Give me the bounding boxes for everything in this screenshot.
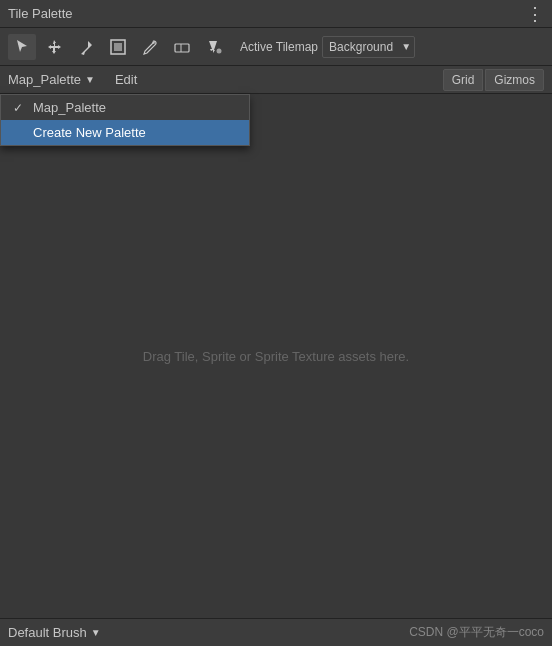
palette-arrow: ▼ [85, 74, 95, 85]
paint-icon [78, 39, 94, 55]
palette-dropdown-menu: ✓ Map_Palette Create New Palette [0, 94, 250, 146]
box-tool-button[interactable] [104, 34, 132, 60]
brush-dropdown-wrapper[interactable]: Default Brush ▼ [8, 625, 101, 640]
svg-rect-3 [175, 44, 189, 52]
watermark: CSDN @平平无奇一coco [409, 624, 544, 641]
palette-option-create-new[interactable]: Create New Palette [1, 120, 249, 145]
move-icon [46, 39, 62, 55]
erase-tool-button[interactable] [168, 34, 196, 60]
checkmark-icon: ✓ [13, 101, 27, 115]
pick-icon [142, 39, 158, 55]
palette-label: Map_Palette [8, 72, 81, 87]
select-tool-button[interactable] [8, 34, 36, 60]
palette-dropdown-wrapper[interactable]: Map_Palette ▼ [8, 72, 95, 87]
gizmos-button[interactable]: Gizmos [485, 69, 544, 91]
edit-label: Edit [115, 72, 137, 87]
toolbar: Active Tilemap Background Foreground Col… [0, 28, 552, 66]
window-title: Tile Palette [8, 6, 73, 21]
main-content: Drag Tile, Sprite or Sprite Texture asse… [0, 94, 552, 618]
palette-option-create-new-label: Create New Palette [33, 125, 146, 140]
grid-button[interactable]: Grid [443, 69, 484, 91]
svg-point-5 [217, 48, 222, 53]
palette-option-map-palette[interactable]: ✓ Map_Palette [1, 95, 249, 120]
fill-icon [206, 39, 222, 55]
active-tilemap-label: Active Tilemap [240, 40, 318, 54]
brush-arrow: ▼ [91, 627, 101, 638]
brush-label: Default Brush [8, 625, 87, 640]
second-row: Map_Palette ▼ Edit Grid Gizmos [0, 66, 552, 94]
move-tool-button[interactable] [40, 34, 68, 60]
placeholder-text: Drag Tile, Sprite or Sprite Texture asse… [143, 349, 409, 364]
pick-tool-button[interactable] [136, 34, 164, 60]
paint-tool-button[interactable] [72, 34, 100, 60]
title-bar: Tile Palette ⋮ [0, 0, 552, 28]
erase-icon [174, 39, 190, 55]
svg-point-2 [152, 41, 155, 44]
right-buttons: Grid Gizmos [443, 69, 544, 91]
fill-tool-button[interactable] [200, 34, 228, 60]
tilemap-dropdown-wrapper: Background Foreground Collision ▼ [322, 36, 415, 58]
palette-option-map-palette-label: Map_Palette [33, 100, 106, 115]
select-icon [14, 39, 30, 55]
tilemap-dropdown[interactable]: Background Foreground Collision [322, 36, 415, 58]
second-row-container: Map_Palette ▼ Edit Grid Gizmos ✓ Map_Pal… [0, 66, 552, 94]
box-icon [110, 39, 126, 55]
svg-rect-1 [114, 43, 122, 51]
menu-icon[interactable]: ⋮ [526, 5, 544, 23]
bottom-bar: Default Brush ▼ CSDN @平平无奇一coco [0, 618, 552, 646]
